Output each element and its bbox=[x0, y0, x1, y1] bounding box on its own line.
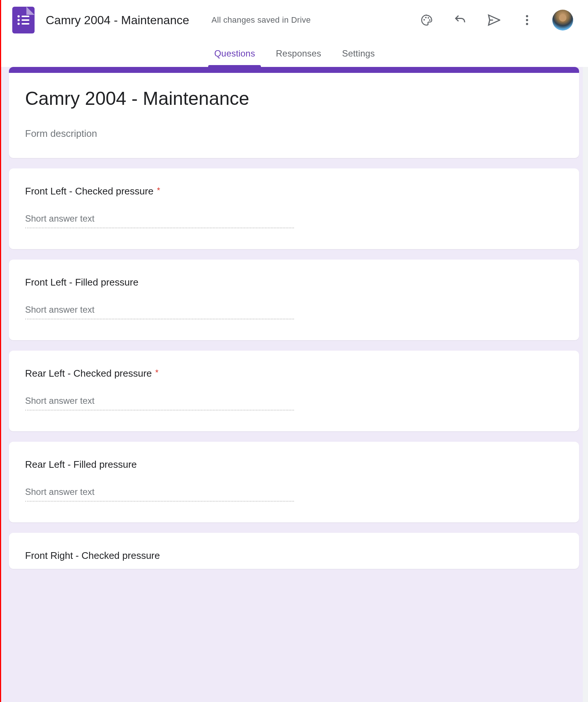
question-card[interactable]: Front Left - Checked pressure * Short an… bbox=[9, 168, 579, 249]
required-star-icon: * bbox=[155, 368, 159, 377]
app-shell: Camry 2004 - Maintenance All changes sav… bbox=[0, 0, 588, 702]
topbar: Camry 2004 - Maintenance All changes sav… bbox=[1, 0, 588, 37]
svg-point-1 bbox=[425, 17, 427, 18]
required-star-icon: * bbox=[157, 186, 160, 195]
tab-settings[interactable]: Settings bbox=[340, 48, 376, 67]
undo-icon[interactable] bbox=[452, 12, 468, 28]
account-avatar[interactable] bbox=[552, 10, 573, 30]
short-answer-input[interactable]: Short answer text bbox=[25, 213, 294, 228]
svg-point-3 bbox=[429, 19, 430, 21]
question-title[interactable]: Rear Left - Checked pressure * bbox=[25, 368, 563, 379]
tab-responses[interactable]: Responses bbox=[274, 48, 323, 67]
question-title[interactable]: Rear Left - Filled pressure bbox=[25, 459, 563, 470]
topbar-actions bbox=[419, 10, 573, 30]
question-card[interactable]: Front Left - Filled pressure Short answe… bbox=[9, 260, 579, 340]
form-canvas[interactable]: Camry 2004 - Maintenance Form descriptio… bbox=[1, 67, 588, 702]
question-card[interactable]: Front Right - Checked pressure bbox=[9, 533, 579, 569]
svg-point-4 bbox=[526, 15, 528, 17]
forms-logo-icon[interactable] bbox=[12, 7, 35, 33]
question-card[interactable]: Rear Left - Filled pressure Short answer… bbox=[9, 442, 579, 522]
form-description[interactable]: Form description bbox=[25, 128, 563, 139]
short-answer-input[interactable]: Short answer text bbox=[25, 396, 294, 410]
svg-point-5 bbox=[526, 19, 528, 21]
question-title[interactable]: Front Left - Filled pressure bbox=[25, 277, 563, 288]
svg-point-2 bbox=[428, 17, 429, 19]
svg-point-6 bbox=[526, 23, 528, 25]
svg-point-0 bbox=[423, 19, 425, 20]
tab-questions[interactable]: Questions bbox=[213, 48, 256, 67]
document-title[interactable]: Camry 2004 - Maintenance bbox=[46, 13, 189, 27]
question-card[interactable]: Rear Left - Checked pressure * Short ans… bbox=[9, 351, 579, 431]
tabs: Questions Responses Settings bbox=[1, 37, 588, 67]
save-status: All changes saved in Drive bbox=[211, 15, 311, 25]
palette-icon[interactable] bbox=[419, 12, 435, 28]
question-title[interactable]: Front Right - Checked pressure bbox=[25, 550, 563, 561]
question-title[interactable]: Front Left - Checked pressure * bbox=[25, 186, 563, 197]
send-icon[interactable] bbox=[485, 12, 502, 28]
more-icon[interactable] bbox=[519, 12, 535, 28]
form-header-card[interactable]: Camry 2004 - Maintenance Form descriptio… bbox=[9, 67, 579, 158]
short-answer-input[interactable]: Short answer text bbox=[25, 487, 294, 502]
form-title[interactable]: Camry 2004 - Maintenance bbox=[25, 86, 563, 112]
short-answer-input[interactable]: Short answer text bbox=[25, 305, 294, 319]
